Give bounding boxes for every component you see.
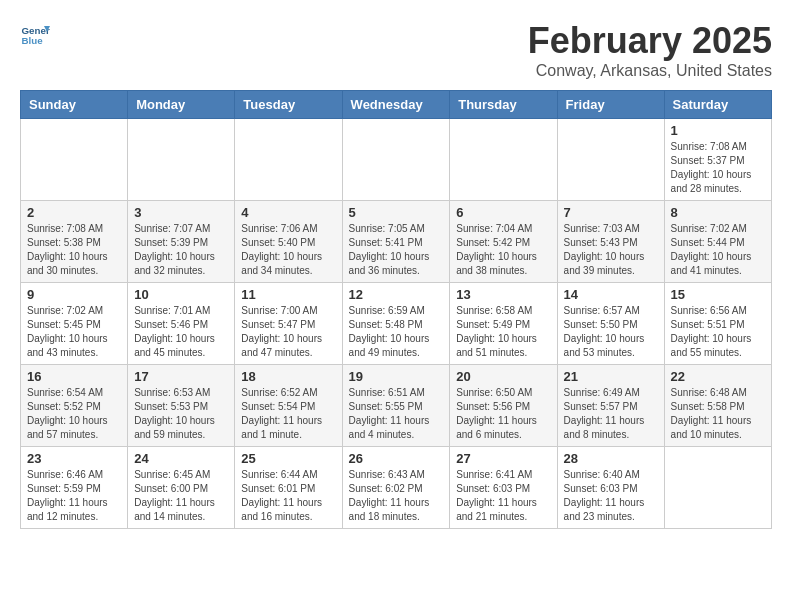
weekday-header-sunday: Sunday: [21, 91, 128, 119]
weekday-header-row: SundayMondayTuesdayWednesdayThursdayFrid…: [21, 91, 772, 119]
calendar-cell: [664, 447, 771, 529]
calendar-cell: 8Sunrise: 7:02 AM Sunset: 5:44 PM Daylig…: [664, 201, 771, 283]
calendar-cell: 15Sunrise: 6:56 AM Sunset: 5:51 PM Dayli…: [664, 283, 771, 365]
calendar-cell: [235, 119, 342, 201]
calendar-cell: 2Sunrise: 7:08 AM Sunset: 5:38 PM Daylig…: [21, 201, 128, 283]
calendar-week-3: 9Sunrise: 7:02 AM Sunset: 5:45 PM Daylig…: [21, 283, 772, 365]
weekday-header-thursday: Thursday: [450, 91, 557, 119]
day-info: Sunrise: 6:45 AM Sunset: 6:00 PM Dayligh…: [134, 468, 228, 524]
calendar-cell: 20Sunrise: 6:50 AM Sunset: 5:56 PM Dayli…: [450, 365, 557, 447]
day-number: 7: [564, 205, 658, 220]
calendar-cell: 24Sunrise: 6:45 AM Sunset: 6:00 PM Dayli…: [128, 447, 235, 529]
day-info: Sunrise: 7:05 AM Sunset: 5:41 PM Dayligh…: [349, 222, 444, 278]
day-info: Sunrise: 6:54 AM Sunset: 5:52 PM Dayligh…: [27, 386, 121, 442]
svg-text:Blue: Blue: [22, 35, 44, 46]
calendar-cell: [21, 119, 128, 201]
weekday-header-wednesday: Wednesday: [342, 91, 450, 119]
day-number: 9: [27, 287, 121, 302]
day-info: Sunrise: 7:03 AM Sunset: 5:43 PM Dayligh…: [564, 222, 658, 278]
day-info: Sunrise: 7:08 AM Sunset: 5:38 PM Dayligh…: [27, 222, 121, 278]
calendar-week-4: 16Sunrise: 6:54 AM Sunset: 5:52 PM Dayli…: [21, 365, 772, 447]
calendar-cell: [450, 119, 557, 201]
calendar-cell: [128, 119, 235, 201]
day-number: 21: [564, 369, 658, 384]
calendar-cell: 4Sunrise: 7:06 AM Sunset: 5:40 PM Daylig…: [235, 201, 342, 283]
day-number: 6: [456, 205, 550, 220]
calendar-week-1: 1Sunrise: 7:08 AM Sunset: 5:37 PM Daylig…: [21, 119, 772, 201]
day-number: 3: [134, 205, 228, 220]
day-number: 15: [671, 287, 765, 302]
calendar-cell: 28Sunrise: 6:40 AM Sunset: 6:03 PM Dayli…: [557, 447, 664, 529]
calendar-cell: 9Sunrise: 7:02 AM Sunset: 5:45 PM Daylig…: [21, 283, 128, 365]
calendar-cell: 16Sunrise: 6:54 AM Sunset: 5:52 PM Dayli…: [21, 365, 128, 447]
calendar-cell: 12Sunrise: 6:59 AM Sunset: 5:48 PM Dayli…: [342, 283, 450, 365]
day-info: Sunrise: 7:02 AM Sunset: 5:45 PM Dayligh…: [27, 304, 121, 360]
day-number: 16: [27, 369, 121, 384]
day-number: 23: [27, 451, 121, 466]
day-info: Sunrise: 7:06 AM Sunset: 5:40 PM Dayligh…: [241, 222, 335, 278]
calendar-cell: 7Sunrise: 7:03 AM Sunset: 5:43 PM Daylig…: [557, 201, 664, 283]
day-info: Sunrise: 6:48 AM Sunset: 5:58 PM Dayligh…: [671, 386, 765, 442]
day-info: Sunrise: 6:52 AM Sunset: 5:54 PM Dayligh…: [241, 386, 335, 442]
day-info: Sunrise: 6:57 AM Sunset: 5:50 PM Dayligh…: [564, 304, 658, 360]
day-number: 20: [456, 369, 550, 384]
calendar-cell: 11Sunrise: 7:00 AM Sunset: 5:47 PM Dayli…: [235, 283, 342, 365]
calendar-cell: 5Sunrise: 7:05 AM Sunset: 5:41 PM Daylig…: [342, 201, 450, 283]
day-info: Sunrise: 7:02 AM Sunset: 5:44 PM Dayligh…: [671, 222, 765, 278]
calendar-cell: 18Sunrise: 6:52 AM Sunset: 5:54 PM Dayli…: [235, 365, 342, 447]
calendar-cell: 3Sunrise: 7:07 AM Sunset: 5:39 PM Daylig…: [128, 201, 235, 283]
weekday-header-tuesday: Tuesday: [235, 91, 342, 119]
calendar-cell: 19Sunrise: 6:51 AM Sunset: 5:55 PM Dayli…: [342, 365, 450, 447]
weekday-header-monday: Monday: [128, 91, 235, 119]
day-number: 25: [241, 451, 335, 466]
day-number: 11: [241, 287, 335, 302]
calendar-table: SundayMondayTuesdayWednesdayThursdayFrid…: [20, 90, 772, 529]
day-info: Sunrise: 6:44 AM Sunset: 6:01 PM Dayligh…: [241, 468, 335, 524]
day-info: Sunrise: 6:46 AM Sunset: 5:59 PM Dayligh…: [27, 468, 121, 524]
day-number: 1: [671, 123, 765, 138]
calendar-cell: [342, 119, 450, 201]
day-info: Sunrise: 7:07 AM Sunset: 5:39 PM Dayligh…: [134, 222, 228, 278]
day-info: Sunrise: 6:40 AM Sunset: 6:03 PM Dayligh…: [564, 468, 658, 524]
day-number: 4: [241, 205, 335, 220]
calendar-cell: 23Sunrise: 6:46 AM Sunset: 5:59 PM Dayli…: [21, 447, 128, 529]
calendar-cell: 13Sunrise: 6:58 AM Sunset: 5:49 PM Dayli…: [450, 283, 557, 365]
logo-icon: General Blue: [20, 20, 50, 50]
calendar-cell: 17Sunrise: 6:53 AM Sunset: 5:53 PM Dayli…: [128, 365, 235, 447]
calendar-cell: 14Sunrise: 6:57 AM Sunset: 5:50 PM Dayli…: [557, 283, 664, 365]
calendar-cell: 22Sunrise: 6:48 AM Sunset: 5:58 PM Dayli…: [664, 365, 771, 447]
title-area: February 2025 Conway, Arkansas, United S…: [528, 20, 772, 80]
calendar-subtitle: Conway, Arkansas, United States: [528, 62, 772, 80]
day-info: Sunrise: 7:01 AM Sunset: 5:46 PM Dayligh…: [134, 304, 228, 360]
day-info: Sunrise: 7:00 AM Sunset: 5:47 PM Dayligh…: [241, 304, 335, 360]
day-info: Sunrise: 6:43 AM Sunset: 6:02 PM Dayligh…: [349, 468, 444, 524]
page-header: General Blue February 2025 Conway, Arkan…: [20, 20, 772, 80]
calendar-cell: 10Sunrise: 7:01 AM Sunset: 5:46 PM Dayli…: [128, 283, 235, 365]
day-number: 13: [456, 287, 550, 302]
calendar-cell: 21Sunrise: 6:49 AM Sunset: 5:57 PM Dayli…: [557, 365, 664, 447]
day-number: 22: [671, 369, 765, 384]
calendar-cell: 27Sunrise: 6:41 AM Sunset: 6:03 PM Dayli…: [450, 447, 557, 529]
day-number: 12: [349, 287, 444, 302]
day-number: 10: [134, 287, 228, 302]
day-info: Sunrise: 6:58 AM Sunset: 5:49 PM Dayligh…: [456, 304, 550, 360]
calendar-cell: [557, 119, 664, 201]
calendar-cell: 1Sunrise: 7:08 AM Sunset: 5:37 PM Daylig…: [664, 119, 771, 201]
calendar-cell: 25Sunrise: 6:44 AM Sunset: 6:01 PM Dayli…: [235, 447, 342, 529]
day-number: 28: [564, 451, 658, 466]
day-number: 8: [671, 205, 765, 220]
day-number: 18: [241, 369, 335, 384]
day-info: Sunrise: 7:04 AM Sunset: 5:42 PM Dayligh…: [456, 222, 550, 278]
logo: General Blue: [20, 20, 50, 50]
day-info: Sunrise: 6:59 AM Sunset: 5:48 PM Dayligh…: [349, 304, 444, 360]
day-number: 5: [349, 205, 444, 220]
calendar-week-5: 23Sunrise: 6:46 AM Sunset: 5:59 PM Dayli…: [21, 447, 772, 529]
day-number: 2: [27, 205, 121, 220]
day-number: 26: [349, 451, 444, 466]
day-number: 24: [134, 451, 228, 466]
calendar-cell: 6Sunrise: 7:04 AM Sunset: 5:42 PM Daylig…: [450, 201, 557, 283]
day-info: Sunrise: 6:41 AM Sunset: 6:03 PM Dayligh…: [456, 468, 550, 524]
day-info: Sunrise: 6:49 AM Sunset: 5:57 PM Dayligh…: [564, 386, 658, 442]
day-info: Sunrise: 6:51 AM Sunset: 5:55 PM Dayligh…: [349, 386, 444, 442]
day-number: 17: [134, 369, 228, 384]
